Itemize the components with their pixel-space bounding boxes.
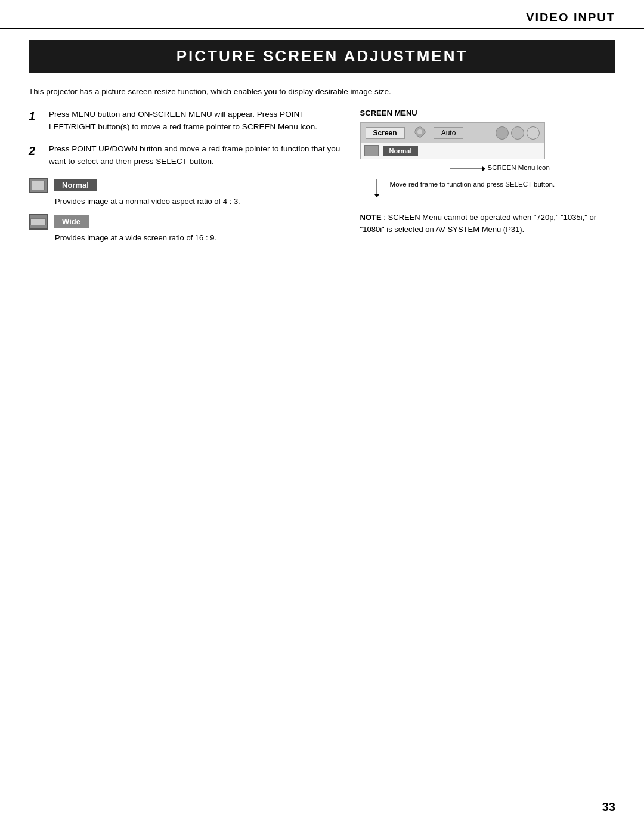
- main-content: This projector has a picture screen resi…: [0, 73, 644, 277]
- step-2-number: 2: [29, 143, 42, 159]
- page-title: PICTURE SCREEN ADJUSTMENT: [29, 47, 615, 66]
- screen-menu-topbar: Screen Auto: [361, 123, 544, 143]
- wide-option-description: Provides image at a wide screen ratio of…: [55, 233, 341, 242]
- svg-rect-3: [419, 135, 421, 138]
- note-label: NOTE: [360, 213, 382, 222]
- normal-option-label: Normal: [54, 179, 97, 191]
- right-column: SCREEN MENU Screen: [360, 109, 615, 236]
- svg-marker-7: [482, 166, 485, 171]
- wide-icon-inner: [30, 218, 46, 225]
- svg-point-1: [417, 129, 422, 134]
- circle-icon-1: [496, 126, 509, 140]
- screen-item-icon: [364, 145, 379, 156]
- step-2: 2 Press POINT UP/DOWN button and move a …: [29, 143, 341, 168]
- two-column-layout: 1 Press MENU button and ON-SCREEN MENU w…: [29, 109, 615, 248]
- annotation-arrow-2: [366, 179, 388, 197]
- page-title-banner: PICTURE SCREEN ADJUSTMENT: [29, 40, 615, 73]
- note-text: : SCREEN Menu cannot be operated when "7…: [360, 213, 596, 234]
- step-1-number: 1: [29, 109, 42, 124]
- normal-option-description: Provides image at a normal video aspect …: [55, 197, 341, 206]
- wide-option-item: Wide: [29, 214, 341, 230]
- svg-rect-4: [414, 131, 416, 133]
- annotation-arrow-1: [450, 164, 485, 174]
- header-title: VIDEO INPUT: [526, 11, 615, 24]
- move-annotation-text: Move red frame to function and press SEL…: [390, 179, 555, 189]
- step-1-text: Press MENU button and ON-SCREEN MENU wil…: [49, 109, 341, 134]
- annotation-area: SCREEN Menu icon Move red frame to funct…: [360, 163, 615, 197]
- intro-text: This projector has a picture screen resi…: [29, 86, 615, 98]
- screen-menu-icon-annotation: SCREEN Menu icon: [360, 163, 615, 174]
- wide-option-label: Wide: [54, 215, 89, 228]
- screen-menu-title: SCREEN MENU: [360, 109, 615, 117]
- screen-menu-bottom-row: Normal: [361, 143, 544, 159]
- normal-option-item: Normal: [29, 178, 341, 193]
- move-annotation: Move red frame to function and press SEL…: [360, 179, 615, 197]
- wide-option-icon: [29, 214, 48, 230]
- screen-normal-selected: Normal: [383, 146, 418, 156]
- normal-icon-inner: [32, 181, 45, 190]
- svg-marker-9: [374, 194, 379, 197]
- screen-tab: Screen: [366, 127, 405, 139]
- page-number: 33: [602, 800, 615, 814]
- gear-icon: [413, 125, 426, 140]
- svg-rect-2: [419, 126, 421, 128]
- circle-icon-3: [527, 126, 540, 140]
- normal-option-icon: [29, 178, 48, 193]
- screen-menu-illustration: Screen Auto: [360, 122, 545, 159]
- svg-rect-5: [423, 131, 426, 133]
- auto-tab: Auto: [434, 127, 464, 139]
- circle-icon-2: [511, 126, 524, 140]
- step-2-text: Press POINT UP/DOWN button and move a re…: [49, 143, 341, 168]
- screen-menu-icon-label: SCREEN Menu icon: [488, 163, 550, 172]
- step-1: 1 Press MENU button and ON-SCREEN MENU w…: [29, 109, 341, 134]
- note-section: NOTE : SCREEN Menu cannot be operated wh…: [360, 212, 615, 236]
- screen-icons: [496, 126, 540, 140]
- left-column: 1 Press MENU button and ON-SCREEN MENU w…: [29, 109, 341, 248]
- top-header: VIDEO INPUT: [0, 0, 644, 29]
